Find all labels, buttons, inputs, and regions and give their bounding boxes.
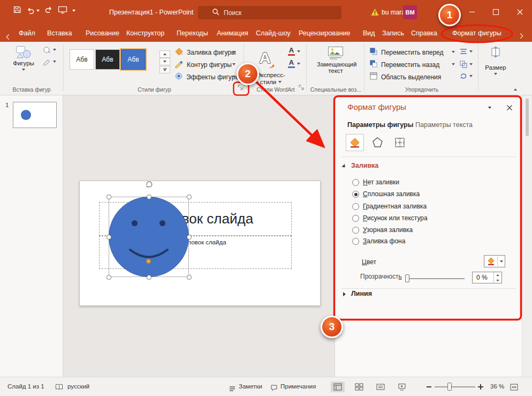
resize-handle-e[interactable]: [187, 235, 192, 240]
resize-handle-n[interactable]: [147, 195, 151, 199]
tab-view[interactable]: Вид: [363, 25, 375, 42]
radio-no-fill[interactable]: [352, 179, 359, 186]
pane-close-icon[interactable]: [506, 103, 513, 113]
chevron-left-icon[interactable]: [5, 32, 14, 41]
tab-file[interactable]: Файл: [19, 25, 35, 42]
fill-section-expand-icon[interactable]: [341, 164, 346, 169]
shape-adjust-handle[interactable]: [146, 259, 151, 264]
tab-animations[interactable]: Анимация: [217, 25, 248, 42]
normal-view-button[interactable]: [331, 382, 345, 392]
wordart-dialog-launcher[interactable]: [299, 83, 305, 93]
align-button[interactable]: [459, 48, 473, 55]
edit-shape-button[interactable]: [43, 46, 56, 54]
pane-tab-text-options[interactable]: Параметры текста: [415, 121, 473, 129]
shape-effects-caret[interactable]: [232, 76, 235, 78]
shape-outline-caret[interactable]: [232, 63, 235, 65]
warning-icon[interactable]: [370, 8, 379, 18]
shapes-button[interactable]: Фигуры: [9, 44, 39, 83]
zoom-level[interactable]: 36 %: [490, 383, 504, 390]
radio-solid-fill[interactable]: [352, 191, 359, 198]
tab-design[interactable]: Конструктор: [126, 25, 164, 42]
redo-icon[interactable]: [44, 5, 53, 16]
tab-record[interactable]: Запись: [382, 25, 404, 42]
tab-draw[interactable]: Рисование: [86, 25, 119, 42]
maximize-button[interactable]: [484, 0, 508, 24]
slide-indicator[interactable]: Слайд 1 из 1: [7, 383, 44, 390]
text-fill-button[interactable]: А: [288, 47, 300, 56]
slideshow-from-start-icon[interactable]: [58, 5, 67, 16]
send-backward-button[interactable]: Переместить назад: [369, 59, 439, 70]
radio-gradient-fill[interactable]: [352, 203, 359, 210]
shape-style-swatch-blue-selected[interactable]: Абв: [121, 49, 146, 70]
slide-thumbnail[interactable]: [13, 102, 57, 128]
fill-section-header[interactable]: Заливка: [351, 162, 378, 169]
selection-pane-button[interactable]: Область выделения: [369, 72, 441, 83]
shape-style-swatch-black[interactable]: Абв: [95, 49, 120, 70]
zoom-out-icon[interactable]: [427, 386, 431, 387]
shape-styles-dialog-launcher[interactable]: [238, 83, 244, 93]
comments-button[interactable]: Примечания: [280, 383, 316, 390]
zoom-slider-track[interactable]: [435, 386, 475, 387]
minimize-button[interactable]: [460, 0, 484, 24]
save-icon[interactable]: [13, 5, 21, 16]
resize-handle-s[interactable]: [147, 275, 151, 280]
resize-handle-nw[interactable]: [107, 195, 111, 199]
spellcheck-book-icon[interactable]: [55, 383, 63, 393]
undo-icon[interactable]: [26, 6, 40, 15]
slide-sorter-view-button[interactable]: [352, 382, 366, 392]
slideshow-view-button[interactable]: [395, 382, 409, 392]
fill-color-button[interactable]: [484, 255, 505, 267]
shape-style-swatch-white[interactable]: Абв: [70, 49, 94, 70]
smiley-shape[interactable]: [109, 197, 189, 277]
search-box[interactable]: Поиск: [198, 6, 341, 19]
account-name[interactable]: bu mara: [382, 9, 405, 16]
resize-handle-se[interactable]: [187, 275, 192, 280]
pane-tab-shape-options[interactable]: Параметры фигуры: [347, 121, 413, 129]
transparency-slider-thumb[interactable]: [405, 274, 409, 282]
language-indicator[interactable]: русский: [67, 383, 89, 390]
resize-handle-w[interactable]: [107, 235, 111, 240]
size-button[interactable]: Размер: [482, 45, 510, 77]
radio-pattern-fill[interactable]: [352, 227, 359, 234]
quick-styles-caret[interactable]: [278, 81, 282, 83]
group-objects-button[interactable]: [459, 60, 473, 69]
bring-forward-caret[interactable]: [452, 51, 455, 53]
ink-pen-icon[interactable]: [43, 58, 56, 65]
tab-shape-format[interactable]: Формат фигуры: [452, 25, 501, 42]
transparency-step-up[interactable]: [494, 272, 501, 278]
rotate-button[interactable]: [459, 72, 473, 80]
rotate-handle[interactable]: [145, 180, 153, 191]
pane-scrollbar[interactable]: [522, 95, 532, 377]
shape-fill-button[interactable]: Заливка фигуры: [174, 47, 236, 58]
pane-scrollbar-thumb[interactable]: [526, 99, 529, 136]
close-button[interactable]: [508, 0, 532, 24]
account-avatar[interactable]: BM: [403, 5, 417, 19]
pane-options-icon[interactable]: [488, 107, 491, 109]
shape-effects-button[interactable]: Эффекты фигуры: [174, 72, 240, 83]
fit-slide-icon[interactable]: [510, 383, 518, 393]
notes-button[interactable]: Заметки: [239, 383, 262, 390]
zoom-slider-thumb[interactable]: [447, 383, 452, 391]
pane-effects-tab[interactable]: [368, 134, 386, 151]
bring-forward-button[interactable]: Переместить вперед: [369, 47, 443, 58]
shape-outline-button[interactable]: Контур фигуры: [174, 59, 232, 70]
line-section-header[interactable]: Линия: [351, 290, 372, 297]
radio-background-fill[interactable]: [352, 238, 359, 245]
text-outline-button[interactable]: А: [288, 59, 300, 68]
tab-slideshow[interactable]: Слайд-шоу: [256, 25, 291, 42]
gallery-scroll-up[interactable]: [159, 50, 170, 58]
gallery-more-button[interactable]: [159, 66, 170, 73]
radio-picture-fill[interactable]: [352, 215, 359, 222]
chevron-right-icon[interactable]: [515, 32, 525, 41]
tab-help[interactable]: Справка: [411, 25, 437, 42]
line-section-collapse-icon[interactable]: [343, 292, 346, 296]
resize-handle-sw[interactable]: [107, 275, 111, 280]
transparency-slider-track[interactable]: [407, 278, 465, 279]
tab-insert[interactable]: Вставка: [47, 25, 72, 42]
shape-fill-caret[interactable]: [232, 51, 235, 53]
transparency-step-down[interactable]: [494, 278, 501, 283]
tab-transitions[interactable]: Переходы: [177, 25, 208, 42]
reading-view-button[interactable]: [374, 382, 387, 392]
customize-quick-access-icon[interactable]: [72, 10, 75, 12]
resize-handle-ne[interactable]: [187, 195, 192, 199]
